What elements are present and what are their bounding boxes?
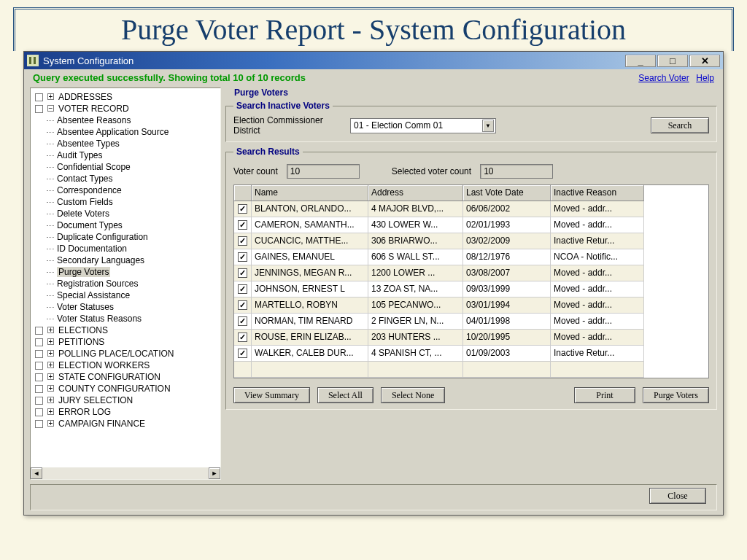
district-value: 01 - Election Comm 01 xyxy=(354,120,443,131)
purge-voters-button[interactable]: Purge Voters xyxy=(643,387,709,403)
tree-child[interactable]: Absentee Reasons xyxy=(32,114,220,126)
close-window-button[interactable]: ✕ xyxy=(689,55,720,67)
tree-child[interactable]: Secondary Languages xyxy=(32,254,220,266)
cell-date: 09/03/1999 xyxy=(463,281,551,298)
cell-name: CAMERON, SAMANTH... xyxy=(252,217,368,233)
tree-child[interactable]: Duplicate Configuration xyxy=(32,231,220,243)
tree-hscrollbar[interactable]: ◄ ► xyxy=(31,467,220,479)
table-row[interactable]: ✓ROUSE, ERIN ELIZAB...203 HUNTERS ...10/… xyxy=(234,330,708,346)
search-voter-link[interactable]: Search Voter xyxy=(638,73,689,83)
table-row[interactable]: ✓JENNINGS, MEGAN R...1200 LOWER ...03/08… xyxy=(234,265,708,281)
print-button[interactable]: Print xyxy=(574,387,635,403)
cell-name: MARTELLO, ROBYN xyxy=(252,298,368,314)
status-message: Query executed successfully. Showing tot… xyxy=(33,72,306,83)
table-row[interactable]: ✓GAINES, EMANUEL606 S WALL ST...08/12/19… xyxy=(234,249,708,265)
row-checkbox[interactable]: ✓ xyxy=(238,252,247,262)
tree-child[interactable]: Voter Status Reasons xyxy=(32,313,220,324)
col-reason[interactable]: Inactive Reason xyxy=(551,185,644,201)
cell-address: 203 HUNTERS ... xyxy=(368,330,463,346)
voter-count-label: Voter count xyxy=(233,166,278,176)
maximize-button[interactable]: □ xyxy=(657,55,688,67)
table-row[interactable]: ✓JOHNSON, ERNEST L13 ZOA ST, NA...09/03/… xyxy=(234,281,708,298)
tree-child[interactable]: Document Types xyxy=(32,219,220,231)
tree-root[interactable]: +ADDRESSES xyxy=(32,91,220,103)
tree-child[interactable]: Confidential Scope xyxy=(32,161,220,173)
tree-root[interactable]: +ELECTIONS xyxy=(32,324,220,336)
select-all-button[interactable]: Select All xyxy=(317,387,374,403)
cell-reason: Moved - addr... xyxy=(551,201,644,217)
row-checkbox[interactable]: ✓ xyxy=(238,268,247,278)
cell-address: 4 MAJOR BLVD,... xyxy=(368,201,463,217)
table-row[interactable]: ✓WALKER, CALEB DUR...4 SPANISH CT, ...01… xyxy=(234,346,708,362)
tree-root[interactable]: +PETITIONS xyxy=(32,336,220,348)
help-link[interactable]: Help xyxy=(696,73,714,83)
tree-child[interactable]: Correspondence xyxy=(32,184,220,196)
nav-tree[interactable]: +ADDRESSES−VOTER RECORDAbsentee ReasonsA… xyxy=(30,88,221,480)
panel-heading: Purge Voters xyxy=(234,88,717,98)
tree-root[interactable]: +CAMPAIGN FINANCE xyxy=(32,418,220,429)
select-none-button[interactable]: Select None xyxy=(381,387,445,403)
row-checkbox[interactable]: ✓ xyxy=(238,300,247,310)
tree-child[interactable]: Special Assistance xyxy=(32,289,220,301)
cell-date: 02/01/1993 xyxy=(463,217,551,233)
cell-date: 10/20/1995 xyxy=(463,330,551,346)
search-button[interactable]: Search xyxy=(651,117,709,133)
tree-child[interactable]: Purge Voters xyxy=(32,266,220,278)
row-checkbox[interactable]: ✓ xyxy=(238,284,247,294)
cell-date: 03/08/2007 xyxy=(463,265,551,281)
cell-reason: Moved - addr... xyxy=(551,217,644,233)
tree-root[interactable]: +COUNTY CONFIGURATION xyxy=(32,383,220,394)
tree-child[interactable]: Contact Types xyxy=(32,173,220,184)
selected-count-label: Selected voter count xyxy=(392,166,471,176)
view-summary-button[interactable]: View Summary xyxy=(233,387,310,403)
cell-address: 606 S WALL ST... xyxy=(368,249,463,265)
table-row[interactable]: ✓BLANTON, ORLANDO...4 MAJOR BLVD,...06/0… xyxy=(234,201,708,217)
app-icon xyxy=(27,55,39,66)
tree-root[interactable]: +POLLING PLACE/LOCATION xyxy=(32,348,220,359)
cell-reason: Moved - addr... xyxy=(551,330,644,346)
tree-child[interactable]: Absentee Types xyxy=(32,138,220,149)
table-row[interactable]: ✓CAMERON, SAMANTH...430 LOWER W...02/01/… xyxy=(234,217,708,233)
tree-child[interactable]: Absentee Application Source xyxy=(32,126,220,138)
tree-child[interactable]: ID Documentation xyxy=(32,243,220,254)
tree-child[interactable]: Registration Sources xyxy=(32,278,220,289)
cell-name: GAINES, EMANUEL xyxy=(252,249,368,265)
tree-root[interactable]: +STATE CONFIGURATION xyxy=(32,371,220,383)
tree-child[interactable]: Delete Voters xyxy=(32,208,220,219)
results-grid: Name Address Last Vote Date Inactive Rea… xyxy=(233,184,709,378)
cell-date: 01/09/2003 xyxy=(463,346,551,362)
cell-date: 04/01/1998 xyxy=(463,314,551,330)
row-checkbox[interactable]: ✓ xyxy=(238,316,247,326)
tree-child[interactable]: Audit Types xyxy=(32,149,220,161)
search-inactive-fieldset: Search Inactive Voters Election Commissi… xyxy=(225,101,717,142)
window-title: System Configuration xyxy=(43,55,625,66)
close-button[interactable]: Close xyxy=(649,488,706,504)
cell-address: 430 LOWER W... xyxy=(368,217,463,233)
col-name[interactable]: Name xyxy=(252,185,368,201)
table-row[interactable]: ✓MARTELLO, ROBYN105 PECANWO...03/01/1994… xyxy=(234,298,708,314)
tree-root[interactable]: +ERROR LOG xyxy=(32,406,220,418)
col-last-vote[interactable]: Last Vote Date xyxy=(463,185,551,201)
district-combobox[interactable]: 01 - Election Comm 01 ▼ xyxy=(350,118,496,133)
tree-root[interactable]: −VOTER RECORD xyxy=(32,103,220,114)
search-legend: Search Inactive Voters xyxy=(233,101,333,111)
tree-child[interactable]: Voter Statuses xyxy=(32,301,220,313)
cell-name: WALKER, CALEB DUR... xyxy=(252,346,368,362)
table-row[interactable]: ✓NORMAN, TIM RENARD2 FINGER LN, N...04/0… xyxy=(234,314,708,330)
scroll-right-icon[interactable]: ► xyxy=(209,467,220,479)
row-checkbox[interactable]: ✓ xyxy=(238,204,247,214)
col-address[interactable]: Address xyxy=(368,185,463,201)
row-checkbox[interactable]: ✓ xyxy=(238,349,247,358)
row-checkbox[interactable]: ✓ xyxy=(238,220,247,230)
tree-root[interactable]: +ELECTION WORKERS xyxy=(32,359,220,371)
row-checkbox[interactable]: ✓ xyxy=(238,332,247,342)
row-checkbox[interactable]: ✓ xyxy=(238,236,247,246)
cell-name: JENNINGS, MEGAN R... xyxy=(252,265,368,281)
scroll-left-icon[interactable]: ◄ xyxy=(31,467,42,479)
chevron-down-icon[interactable]: ▼ xyxy=(482,120,494,132)
cell-name: BLANTON, ORLANDO... xyxy=(252,201,368,217)
tree-root[interactable]: +JURY SELECTION xyxy=(32,394,220,406)
table-row[interactable]: ✓CUCANCIC, MATTHE...306 BRIARWO...03/02/… xyxy=(234,233,708,249)
tree-child[interactable]: Custom Fields xyxy=(32,196,220,208)
minimize-button[interactable]: _ xyxy=(625,55,656,67)
